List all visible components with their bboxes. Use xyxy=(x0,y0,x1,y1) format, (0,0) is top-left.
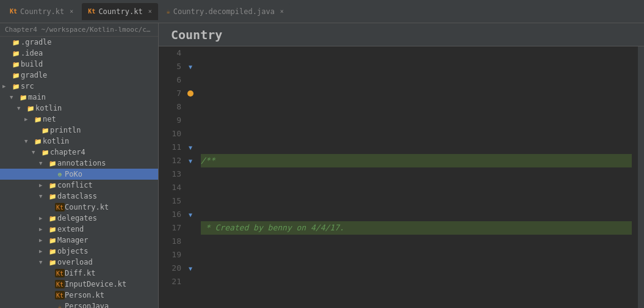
tree-item-manager[interactable]: ▶ 📁 Manager xyxy=(0,235,158,246)
tree-item-conflict[interactable]: ▶ 📁 conflict xyxy=(0,180,158,191)
tab-decompiled-close[interactable]: × xyxy=(280,8,284,15)
kt-file-icon-person: Kt xyxy=(55,291,65,299)
fold-marker-12[interactable]: ▼ xyxy=(189,158,192,164)
line-num-18: 18 xyxy=(159,235,181,248)
tree-item-country-kt[interactable]: Kt Country.kt xyxy=(0,202,158,213)
tree-item-kotlin2[interactable]: ▼ 📁 kotlin xyxy=(0,136,158,147)
line-num-8: 8 xyxy=(159,100,181,114)
line-num-16: 16 xyxy=(159,208,181,221)
java-file-icon-personjava: ☕ xyxy=(55,302,65,308)
tree-item-objects[interactable]: ▶ 📁 objects xyxy=(0,246,158,257)
tree-item-diff[interactable]: Kt Diff.kt xyxy=(0,268,158,279)
folder-icon-src: 📁 xyxy=(11,82,21,90)
tab-country-kt-close[interactable]: × xyxy=(148,8,152,15)
tab-country-kt[interactable]: Kt Country.kt × xyxy=(82,3,157,20)
editor-title: Country xyxy=(171,28,222,42)
tab-java-icon: ☕ xyxy=(167,8,170,15)
arrow-annotations: ▼ xyxy=(39,160,48,166)
tree-label-conflict: conflict xyxy=(57,181,93,189)
gutter-19 xyxy=(186,248,195,262)
arrow-kotlin: ▼ xyxy=(17,105,26,111)
folder-icon-conflict: 📁 xyxy=(48,181,57,189)
sidebar-header: Chapter4 ~/workspace/Kotlin-lmooc/cod... xyxy=(0,23,158,37)
gutter-17 xyxy=(186,221,195,235)
folder-icon-chapter4: 📁 xyxy=(40,148,50,156)
code-line-7 xyxy=(201,288,632,302)
fold-marker-5[interactable]: ▼ xyxy=(189,64,192,70)
tree-label-kotlin: kotlin xyxy=(35,104,62,112)
gutter-6 xyxy=(186,73,195,87)
gutter-11: ▼ xyxy=(186,141,195,154)
tree-item-personjava[interactable]: ☕ PersonJava xyxy=(0,301,158,308)
tree-item-annotations[interactable]: ▼ 📁 annotations xyxy=(0,158,158,169)
tree-item-chapter4[interactable]: ▼ 📁 chapter4 xyxy=(0,147,158,158)
folder-icon-net: 📁 xyxy=(33,115,43,123)
editor-content[interactable]: 4 5 6 7 8 9 10 11 12 13 14 15 16 17 18 1… xyxy=(159,46,644,308)
tab-src-close[interactable]: × xyxy=(70,8,73,15)
line-num-5: 5 xyxy=(159,60,181,73)
tree-item-kotlin[interactable]: ▼ 📁 kotlin xyxy=(0,103,158,114)
gutter-13 xyxy=(186,167,195,181)
tree-label-idea: .idea xyxy=(21,49,43,57)
folder-icon-delegates: 📁 xyxy=(48,214,57,222)
fold-marker-16[interactable]: ▼ xyxy=(189,211,192,218)
folder-icon-idea: 📁 xyxy=(11,49,21,57)
tree-label-overload: overload xyxy=(57,258,93,266)
line-num-11: 11 xyxy=(159,141,181,154)
tree-item-net[interactable]: ▶ 📁 net xyxy=(0,114,158,125)
arrow-overload: ▼ xyxy=(39,259,48,265)
tab-src[interactable]: Kt Country.kt × xyxy=(4,3,79,20)
tree-label-println: println xyxy=(50,126,81,134)
tab-decompiled[interactable]: ☕ Country.decompiled.java × xyxy=(161,3,290,20)
fold-marker-20[interactable]: ▼ xyxy=(189,265,192,272)
gutter-8 xyxy=(186,100,195,114)
folder-icon-main: 📁 xyxy=(18,93,28,101)
tree-item-src[interactable]: ▶ 📁 src xyxy=(0,81,158,92)
tree-label-poko: PoKo xyxy=(65,170,82,178)
folder-icon-objects: 📁 xyxy=(48,247,57,255)
fold-marker-11[interactable]: ▼ xyxy=(189,144,192,151)
tree-item-dataclass[interactable]: ▼ 📁 dataclass xyxy=(0,191,158,202)
tree-item-person[interactable]: Kt Person.kt xyxy=(0,290,158,301)
tree-item-poko[interactable]: ⊕ PoKo xyxy=(0,169,158,180)
tree-item-inputdevice[interactable]: Kt InputDevice.kt xyxy=(0,279,158,290)
tree-item-gradle2[interactable]: 📁 gradle xyxy=(0,70,158,81)
tree-label-person: Person.kt xyxy=(65,291,104,299)
gutter-9 xyxy=(186,114,195,127)
folder-icon-println: 📁 xyxy=(40,126,50,134)
annotation-icon-poko: ⊕ xyxy=(55,170,65,178)
tree-item-delegates[interactable]: ▶ 📁 delegates xyxy=(0,213,158,224)
tab-bar: Kt Country.kt × Kt Country.kt × ☕ Countr… xyxy=(0,0,644,23)
tree-label-gradle2: gradle xyxy=(21,71,47,79)
tree-item-println[interactable]: 📁 println xyxy=(0,125,158,136)
gutter-14 xyxy=(186,181,195,194)
tree-label-objects: objects xyxy=(57,247,89,255)
comment-6: * Created by benny on 4/4/17. xyxy=(201,221,344,235)
tree-item-gradle[interactable]: 📁 .gradle xyxy=(0,37,158,48)
gutter-15 xyxy=(186,194,195,208)
tree-item-overload[interactable]: ▼ 📁 overload xyxy=(0,257,158,268)
tree-label-personjava: PersonJava xyxy=(65,302,109,308)
folder-icon-manager: 📁 xyxy=(48,236,57,244)
tree-item-main[interactable]: ▼ 📁 main xyxy=(0,92,158,103)
tree-label-gradle: .gradle xyxy=(21,38,52,46)
kt-file-icon-inputdevice: Kt xyxy=(55,280,65,288)
gutter-12: ▼ xyxy=(186,154,195,167)
tree-item-extend[interactable]: ▶ 📁 extend xyxy=(0,224,158,235)
line-num-19: 19 xyxy=(159,248,181,262)
tree-label-delegates: delegates xyxy=(57,214,97,222)
tree-label-manager: Manager xyxy=(57,236,89,244)
gutter-20: ▼ xyxy=(186,262,195,275)
main-area: Chapter4 ~/workspace/Kotlin-lmooc/cod...… xyxy=(0,23,644,308)
line-num-12: 12 xyxy=(159,154,181,167)
line-num-20: 20 xyxy=(159,262,181,275)
line-num-13: 13 xyxy=(159,167,181,181)
arrow-dataclass: ▼ xyxy=(39,193,48,199)
tree-label-src: src xyxy=(21,82,34,90)
tree-item-build[interactable]: 📁 build xyxy=(0,59,158,70)
code-area[interactable]: /** * Created by benny on 4/4/17. @PoKo … xyxy=(195,46,638,308)
line-num-10: 10 xyxy=(159,127,181,141)
tab-src-label: Country.kt xyxy=(20,7,64,16)
tree-item-idea[interactable]: 📁 .idea xyxy=(0,48,158,59)
tree-label-chapter4: chapter4 xyxy=(50,148,85,156)
